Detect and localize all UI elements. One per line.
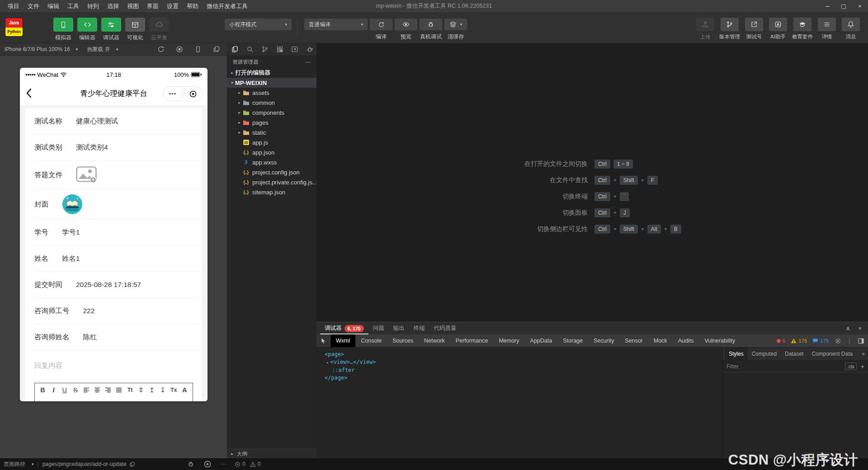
code-line[interactable]: <page> (320, 351, 722, 358)
richtext-tool-icon[interactable]: ↧ (159, 386, 167, 394)
close-icon[interactable]: × (858, 325, 862, 332)
devtools-tab-Wxml[interactable]: Wxml (330, 334, 355, 347)
debugger-tab-终端[interactable]: 终端 (409, 322, 429, 334)
styles-tab-Computed[interactable]: Computed (748, 348, 781, 360)
page-path-select[interactable]: 页面路径 (4, 461, 25, 468)
styles-tab-Styles[interactable]: Styles (725, 348, 748, 360)
tree-item-assets[interactable]: ▸assets (227, 88, 316, 98)
code-line[interactable]: ▸<view>…</view> (320, 358, 722, 367)
devtools-tab-Sources[interactable]: Sources (387, 334, 419, 347)
richtext-tool-icon[interactable]: ↷ (126, 400, 134, 401)
field-value[interactable]: 姓名1 (62, 254, 80, 263)
more-icon[interactable]: ⋯ (221, 461, 226, 467)
tree-item-app.js[interactable]: JSapp.js (227, 137, 316, 147)
record-icon[interactable] (176, 46, 183, 53)
devtools-tab-Console[interactable]: Console (355, 334, 387, 347)
collapse-icon[interactable]: ∧ (846, 325, 850, 332)
exit-target-icon[interactable] (183, 90, 203, 98)
field-value[interactable]: 陈红 (83, 333, 97, 342)
richtext-tool-icon[interactable]: ≔ (94, 400, 101, 401)
cls-toggle-button[interactable]: .cls (845, 362, 857, 370)
filter-input[interactable]: Filter (726, 363, 739, 370)
close-icon[interactable]: × (852, 0, 868, 12)
devtools-tab-Memory[interactable]: Memory (493, 334, 524, 347)
richtext-tool-icon[interactable]: ▤ (83, 400, 90, 401)
device-select[interactable]: iPhone 6/7/8 Plus 100% 16 ▾ (0, 46, 78, 52)
toolbar-button-上传[interactable]: 上传 (695, 18, 715, 40)
richtext-tool-icon[interactable]: B (39, 386, 47, 394)
richtext-tool-icon[interactable]: A (181, 386, 189, 394)
devtools-tab-Performance[interactable]: Performance (450, 334, 494, 347)
message-counter[interactable]: 175 (812, 338, 829, 343)
code-line[interactable]: </page> (320, 374, 722, 382)
menu-item-界面[interactable]: 界面 (143, 0, 163, 12)
richtext-tool-icon[interactable]: ⇕ (137, 386, 145, 394)
rotate-icon[interactable] (157, 46, 165, 53)
outline-section[interactable]: ▸ 大纲 (227, 449, 316, 458)
menu-item-转到[interactable]: 转到 (83, 0, 103, 12)
toolbar-button-测试号[interactable]: 测试号 (744, 18, 764, 40)
richtext-tool-icon[interactable]: ≕ (104, 400, 112, 401)
tree-item-app.wxss[interactable]: 3app.wxss (227, 157, 316, 167)
styles-tab-Component Data[interactable]: Component Data (807, 348, 857, 360)
styles-tab-Dataset[interactable]: Dataset (781, 348, 807, 360)
richtext-tool-icon[interactable]: ▣ (61, 400, 68, 401)
richtext-tool-icon[interactable]: A (50, 400, 57, 401)
devtools-tab-Vulnerability[interactable]: Vulnerability (699, 334, 741, 347)
menu-item-选择[interactable]: 选择 (103, 0, 123, 12)
richtext-tool-icon[interactable]: ▢ (170, 400, 178, 401)
richtext-tool-icon[interactable]: ↥ (148, 386, 156, 394)
field-value[interactable]: 健康心理测试 (76, 117, 118, 126)
tree-item-components[interactable]: ▸components (227, 108, 316, 118)
more-actions-icon[interactable]: ⋯ (305, 59, 311, 66)
copy-icon[interactable] (129, 461, 135, 467)
tree-item-app.json[interactable]: {..}app.json (227, 147, 316, 157)
richtext-tool-icon[interactable]: ↶ (115, 400, 123, 401)
richtext-tool-icon[interactable]: H1 (181, 401, 189, 401)
error-counter[interactable]: 6 (777, 338, 785, 343)
more-tabs-icon[interactable]: » (862, 351, 865, 357)
debugger-tab-代码质量[interactable]: 代码质量 (429, 322, 461, 334)
toolbar-button-版本管理[interactable]: 版本管理 (719, 18, 740, 40)
toolbar-button-消息[interactable]: 消息 (841, 18, 861, 40)
field-value[interactable]: 测试类别4 (76, 143, 108, 152)
action-清缓存[interactable]: ▾清缓存 (444, 19, 467, 41)
tree-item-project.private.config.js...[interactable]: {..}project.private.config.js... (227, 177, 316, 187)
menu-item-编辑[interactable]: 编辑 (43, 0, 63, 12)
richtext-tool-icon[interactable] (94, 387, 101, 393)
devtools-tab-Sensor[interactable]: Sensor (619, 334, 648, 347)
teapot-icon[interactable] (306, 46, 313, 53)
tree-item-static[interactable]: ▸static (227, 127, 316, 137)
toolbar-button-教育套件[interactable]: 教育套件 (792, 18, 813, 40)
image-upload-icon[interactable] (76, 166, 97, 183)
tree-item-sitemap.json[interactable]: {..}sitemap.json (227, 187, 316, 197)
devtools-tab-Security[interactable]: Security (588, 334, 619, 347)
action-预览[interactable]: 预览 (395, 19, 417, 41)
record-icon[interactable] (203, 460, 212, 468)
toolbar-button-调试器[interactable]: 调试器 (101, 18, 121, 42)
menu-item-项目[interactable]: 项目 (4, 0, 24, 12)
toolbar-button-详情[interactable]: 详情 (817, 18, 837, 40)
toolbar-button-AI助手[interactable]: AI助手 (768, 18, 788, 40)
problem-counts[interactable]: 0 0 (235, 461, 260, 467)
debug-icon[interactable] (187, 461, 194, 468)
action-真机调试[interactable]: 真机调试 (420, 19, 442, 41)
richtext-tool-icon[interactable] (104, 387, 112, 393)
richtext-tool-icon[interactable] (83, 387, 90, 393)
devtools-tab-Network[interactable]: Network (419, 334, 450, 347)
debugger-tab-输出[interactable]: 输出 (389, 322, 409, 334)
menu-item-文件[interactable]: 文件 (24, 0, 43, 12)
hot-reload-toggle[interactable]: 热重载 开 ▾ (87, 46, 118, 53)
debugger-tab-问题[interactable]: 问题 (368, 322, 389, 334)
minimize-icon[interactable]: ─ (819, 0, 835, 12)
windows-icon[interactable] (213, 46, 220, 53)
devtools-tab-Storage[interactable]: Storage (557, 334, 588, 347)
expand-arrow-icon[interactable]: ▸ (326, 360, 329, 365)
menu-item-微信开发者工具[interactable]: 微信开发者工具 (203, 0, 252, 12)
richtext-editor[interactable]: BIUSTt⇕↥↧TxAŦA▣▦▤≔≕↶↷▬▭—▢H1 (34, 383, 193, 401)
reply-content-placeholder[interactable]: 回复内容 (34, 361, 62, 371)
cover-image[interactable] (62, 194, 83, 215)
tree-root-mp-weixin[interactable]: ▾MP-WEIXIN (227, 78, 316, 88)
richtext-tool-icon[interactable]: Ŧ (39, 400, 47, 401)
richtext-tool-icon[interactable]: Tx (170, 387, 178, 393)
